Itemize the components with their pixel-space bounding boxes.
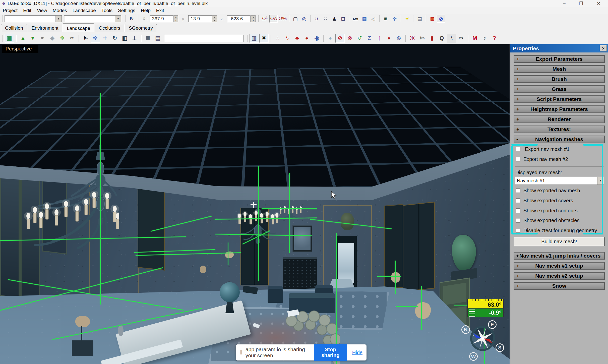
3d-viewport[interactable]: Perspective 63.0° -0.9° E N S W xyxy=(0,44,510,364)
section-textures[interactable]: +Textures: xyxy=(514,126,605,133)
tab-occluders[interactable]: Occluders xyxy=(95,24,124,32)
chevron-down-icon[interactable]: ▼ xyxy=(597,177,604,185)
snap-move-icon[interactable]: Ω³ xyxy=(261,15,269,23)
material-icon[interactable]: M xyxy=(470,34,479,43)
lower-height-icon[interactable]: ▼ xyxy=(28,34,37,43)
checkbox[interactable] xyxy=(516,228,520,233)
polyline-icon[interactable]: ϟ xyxy=(283,34,292,43)
section-nav-mesh-1-setup[interactable]: +Nav mesh #1 setup xyxy=(514,262,605,270)
menu-help[interactable]: Help xyxy=(138,8,153,14)
menu-landscape[interactable]: Landscape xyxy=(70,8,99,14)
ellipse-icon[interactable]: ● xyxy=(292,34,302,43)
checkbox[interactable] xyxy=(516,218,520,223)
disable-ztest-row[interactable]: Disable ztest for debug geometry xyxy=(516,227,604,234)
z-up-icon[interactable]: Ƶ xyxy=(365,34,374,43)
section-grass[interactable]: +Grass xyxy=(514,85,605,93)
x-coord-stepper[interactable]: 367.9 ▴▾ xyxy=(150,15,178,22)
z-coord-stepper[interactable]: -628.6 ▴▾ xyxy=(227,15,256,22)
section-export-parameters[interactable]: +Export Parameters xyxy=(514,55,605,63)
spin-down-icon[interactable]: ▾ xyxy=(251,19,256,22)
center-view-icon[interactable]: ◎ xyxy=(300,15,308,23)
section-brush[interactable]: +Brush xyxy=(514,75,605,83)
drop-to-ground-icon[interactable]: ⊥ xyxy=(130,34,139,43)
pattern-icon[interactable]: ✛ xyxy=(390,15,399,23)
build-nav-mesh-button[interactable]: Build nav mesh! xyxy=(514,237,605,246)
move-icon[interactable]: ✜ xyxy=(91,34,100,43)
s-curve-icon[interactable]: ∫ xyxy=(375,34,384,43)
delete-x-icon[interactable]: ✖ xyxy=(259,34,269,43)
move-y-icon[interactable]: ✛ xyxy=(100,34,110,43)
disable-brush-icon[interactable]: ⊘ xyxy=(437,15,445,23)
paint-splat-icon[interactable]: ❖ xyxy=(57,34,67,43)
smooth-height-icon[interactable]: ≈ xyxy=(38,34,47,43)
checkbox[interactable] xyxy=(516,208,520,213)
y-coord-stepper[interactable]: 13.9 ▴▾ xyxy=(188,15,217,22)
sphere-icon[interactable]: ◉ xyxy=(312,34,321,43)
checkbox[interactable] xyxy=(516,198,520,203)
chevron-down-icon[interactable]: ▼ xyxy=(55,16,62,22)
q-icon[interactable]: Q xyxy=(437,34,446,43)
section-snow[interactable]: +Snow xyxy=(514,282,605,290)
spline-blob-icon[interactable]: ♠ xyxy=(302,34,312,43)
checkbox[interactable] xyxy=(516,157,520,161)
cut-icon[interactable]: ✄ xyxy=(417,34,427,43)
spin-up-icon[interactable]: ▴ xyxy=(251,15,256,19)
figure-icon[interactable]: ♟ xyxy=(330,15,338,23)
snap-angle-icon[interactable]: Ω∆ xyxy=(269,15,278,23)
stop-sharing-button[interactable]: Stop sharing xyxy=(314,344,347,361)
pause-icon[interactable]: ‖ xyxy=(240,349,242,356)
brush-icon[interactable]: ✏ xyxy=(67,34,77,43)
mask-icon[interactable]: ʊ xyxy=(313,15,321,23)
camera-cone-icon[interactable]: ◁ xyxy=(369,15,377,23)
export-nav-mesh-2-row[interactable]: Export nav mesh #2 xyxy=(516,156,604,163)
no-collision-icon[interactable]: ⊗ xyxy=(345,34,354,43)
scatter-icon[interactable]: ∴ xyxy=(273,34,282,43)
raise-height-icon[interactable]: ▲ xyxy=(18,34,28,43)
screenshot-icon[interactable]: ◙ xyxy=(382,15,390,23)
tab-sgeometry[interactable]: SGeometry xyxy=(125,24,157,32)
object-filter-input[interactable] xyxy=(165,35,244,42)
menu-modes[interactable]: Modes xyxy=(50,8,70,14)
page-icon[interactable]: ▥ xyxy=(250,34,259,43)
show-exported-nav-mesh-row[interactable]: Show exported nav mesh xyxy=(516,187,604,194)
export-nav-mesh-1-row[interactable]: Export nav mesh #1 xyxy=(516,146,604,153)
select-icon[interactable]: ➤ xyxy=(81,34,90,43)
diamond-icon[interactable]: ♦ xyxy=(384,34,394,43)
preset-combo-1[interactable]: ▼ xyxy=(5,15,62,22)
section-nav-mesh-2-setup[interactable]: +Nav mesh #2 setup xyxy=(514,272,605,280)
stats-icon[interactable]: Stat xyxy=(351,15,360,23)
menu-view[interactable]: View xyxy=(34,8,50,14)
x-coord-value[interactable]: 367.9 xyxy=(150,15,173,22)
maximize-button[interactable]: ❐ xyxy=(579,1,583,6)
show-exported-covers-row[interactable]: Show exported covers xyxy=(516,197,604,204)
pale-sphere-icon[interactable]: ◕ xyxy=(326,34,335,43)
section-navigation-meshes[interactable]: -Navigation meshes xyxy=(514,136,605,143)
globe-icon[interactable]: ⊕ xyxy=(394,34,403,43)
console-icon[interactable]: ▤ xyxy=(415,15,424,23)
displayed-nav-mesh-dropdown[interactable]: Nav mesh #1 ▼ xyxy=(515,177,604,185)
pen-line-icon[interactable]: ∖ xyxy=(447,34,456,43)
checkbox[interactable] xyxy=(516,188,520,193)
disable-ruler-icon[interactable]: ⊠ xyxy=(428,15,436,23)
footsteps-icon[interactable]: ∷ xyxy=(321,15,330,23)
minimize-button[interactable]: – xyxy=(563,1,566,6)
card-icon[interactable]: ▮ xyxy=(427,34,437,43)
show-exported-contours-row[interactable]: Show exported contours xyxy=(516,207,604,214)
z-coord-value[interactable]: -628.6 xyxy=(227,15,251,22)
menu-settings[interactable]: Settings xyxy=(115,8,138,14)
scale-icon[interactable]: ◧ xyxy=(120,34,129,43)
spin-down-icon[interactable]: ▾ xyxy=(212,19,217,22)
show-exported-obstacles-row[interactable]: Show exported obstacles xyxy=(516,217,604,224)
water-drop-icon[interactable]: ◆ xyxy=(48,34,57,43)
close-icon[interactable]: ✕ xyxy=(600,45,607,51)
vehicle-icon[interactable]: ⊟ xyxy=(339,15,347,23)
hide-link[interactable]: Hide xyxy=(352,350,362,355)
world-icon[interactable]: ♁ xyxy=(480,34,489,43)
help-icon[interactable]: ? xyxy=(490,34,499,43)
menu-edit[interactable]: Edit xyxy=(20,8,34,14)
section-mesh[interactable]: +Mesh xyxy=(514,65,605,73)
section-nav-mesh-1-jump-links[interactable]: +Nav mesh #1 jump links / covers xyxy=(514,252,605,260)
snip-icon[interactable]: ✂ xyxy=(457,34,466,43)
properties-header[interactable]: Properties ✕ xyxy=(510,44,608,52)
section-renderer[interactable]: +Renderer xyxy=(514,115,605,123)
